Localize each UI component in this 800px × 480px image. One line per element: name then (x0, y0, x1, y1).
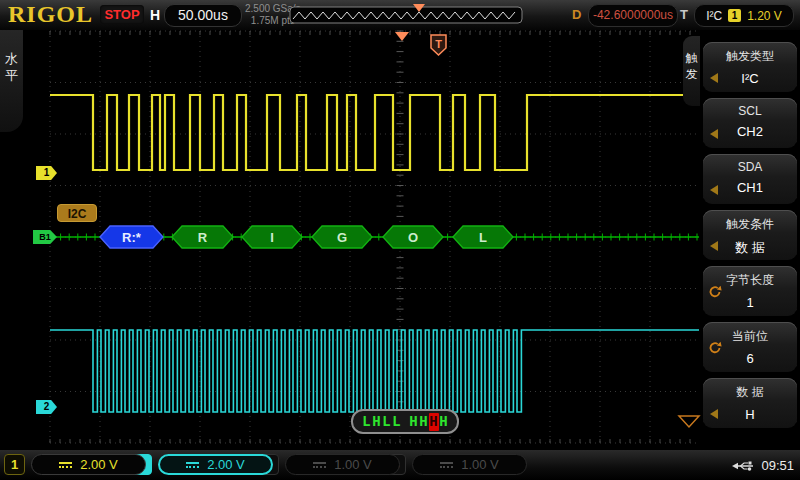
menu-arrow-icon (710, 185, 718, 195)
pattern-bit: H (429, 413, 439, 431)
dc-coupling-icon (440, 462, 453, 468)
decode-frame-0: R:* (100, 226, 163, 248)
ch1-sda-trace (50, 95, 699, 170)
svg-text:L: L (479, 230, 487, 245)
soft-menu-column: 触发类型I²CSCLCH2SDACH1触发条件数 据字节长度1当前位6数 据H (703, 42, 797, 428)
channel-scale-pill[interactable]: 1.00 V (412, 454, 527, 475)
channel-3-indicator[interactable]: 31.00 V (258, 454, 400, 475)
menu-arrow-icon (710, 73, 718, 83)
decode-frame-1: R (172, 226, 233, 248)
trigger-pattern-readout: LHLLHHHH (351, 409, 459, 434)
trigger-tab-char: 发 (683, 66, 700, 82)
rigol-logo: RIGOL (8, 1, 93, 28)
menu-label: 数 据 (703, 378, 797, 401)
menu-item-3[interactable]: 触发条件数 据 (703, 210, 797, 260)
decode-frame-4: O (383, 226, 443, 248)
trigger-type: I²C (706, 9, 722, 23)
timebase-value[interactable]: 50.00us (164, 4, 242, 27)
delay-value[interactable]: -42.6000000us (588, 4, 678, 27)
menu-item-2[interactable]: SDACH1 (703, 154, 797, 204)
dc-coupling-icon (186, 462, 199, 468)
horizontal-label: H (150, 7, 160, 23)
trigger-tab-char: 触 (683, 50, 700, 66)
channel-scale-pill[interactable]: 2.00 V (158, 454, 273, 475)
channel-scale: 1.00 V (461, 457, 499, 472)
ch2-scl-trace (50, 330, 699, 412)
channel-scale: 1.00 V (334, 457, 372, 472)
menu-label: SCL (703, 98, 797, 118)
channel-scale: 2.00 V (207, 457, 245, 472)
dc-coupling-icon (59, 462, 72, 468)
i2c-bus-badge: I2C (57, 204, 97, 222)
usb-icon (732, 460, 756, 472)
trigger-position-marker[interactable] (395, 32, 409, 41)
menu-item-0[interactable]: 触发类型I²C (703, 42, 797, 92)
rotary-knob-icon (708, 341, 722, 355)
horizontal-menu-tab[interactable]: 水 平 (0, 30, 23, 132)
horizontal-tab-char: 平 (0, 67, 23, 84)
svg-text:R:*: R:* (122, 230, 142, 245)
oscilloscope-screen: R:*RIGOLT RIGOL STOP H 50.00us 2.500 GSa… (0, 0, 800, 480)
menu-item-1[interactable]: SCLCH2 (703, 98, 797, 148)
svg-text:O: O (408, 230, 418, 245)
menu-label: 触发类型 (703, 42, 797, 65)
graticule: R:*RIGOL (50, 31, 750, 443)
channel-4-indicator[interactable]: 41.00 V (385, 454, 527, 475)
svg-text:R: R (198, 230, 208, 245)
menu-label: 触发条件 (703, 210, 797, 233)
memory-position-bar[interactable] (289, 3, 523, 25)
pattern-bit: L (362, 413, 372, 431)
trigger-label: T (680, 7, 688, 22)
menu-item-6[interactable]: 数 据H (703, 378, 797, 428)
trigger-info-box[interactable]: I²C 1 1.20 V (694, 4, 794, 27)
channel-scale-pill[interactable]: 1.00 V (285, 454, 400, 475)
pattern-bit: H (372, 413, 382, 431)
trigger-menu-tab[interactable]: 触 发 (683, 36, 700, 106)
pattern-bit: H (419, 413, 429, 431)
menu-item-4[interactable]: 字节长度1 (703, 266, 797, 316)
pattern-bit: L (382, 413, 392, 431)
menu-arrow-icon (710, 409, 718, 419)
i2c-decode-bus: R:*RIGOL (50, 226, 699, 248)
decode-frame-3: G (312, 226, 372, 248)
svg-text:G: G (337, 230, 347, 245)
clock-area: 09:51 (732, 458, 794, 473)
trigger-source-badge: 1 (728, 9, 741, 22)
menu-item-5[interactable]: 当前位6 (703, 322, 797, 372)
channel-scale-pill[interactable]: 2.00 V (31, 454, 146, 475)
time-display: 09:51 (761, 458, 794, 473)
menu-arrow-icon (710, 129, 718, 139)
channel-1-indicator[interactable]: 12.00 V (4, 454, 146, 475)
waveform-display: R:*RIGOLT (0, 0, 800, 480)
pattern-bit: H (409, 413, 419, 431)
delay-label: D (572, 7, 581, 22)
bottom-channel-bar: 41.00 V31.00 V22.00 V12.00 V 09:51 (0, 450, 800, 480)
menu-label: SDA (703, 154, 797, 174)
dc-coupling-icon (313, 462, 326, 468)
channel-2-indicator[interactable]: 22.00 V (131, 454, 273, 475)
top-status-bar: RIGOL STOP H 50.00us 2.500 GSa/s 1.75M p… (0, 0, 800, 30)
trigger-t-flag: T (431, 35, 446, 55)
horizontal-tab-char: 水 (0, 50, 23, 67)
decode-frame-2: I (242, 226, 302, 248)
menu-arrow-icon (710, 241, 718, 251)
pattern-bit: L (392, 413, 402, 431)
event-table-marker[interactable] (679, 416, 699, 427)
run-stop-status[interactable]: STOP (100, 5, 144, 24)
pattern-bit: H (439, 413, 449, 431)
rotary-knob-icon (708, 285, 722, 299)
trigger-level: 1.20 V (747, 9, 782, 23)
channel-badge[interactable]: 1 (4, 454, 25, 475)
svg-text:T: T (435, 38, 442, 50)
svg-text:I: I (270, 230, 274, 245)
channel-scale: 2.00 V (80, 457, 118, 472)
decode-frame-5: L (453, 226, 513, 248)
